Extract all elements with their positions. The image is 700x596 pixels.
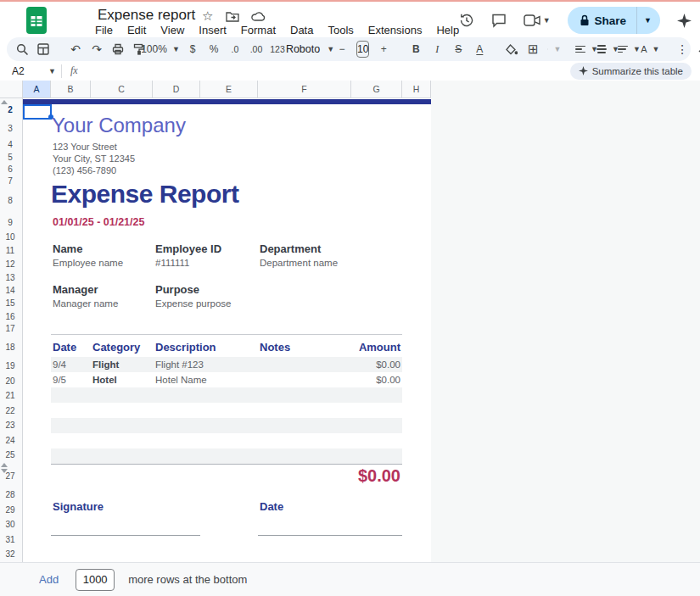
merge-cells-icon[interactable]: ▼ [547,41,561,58]
row-header-20[interactable]: 20 [0,376,20,386]
column-header-C[interactable]: C [91,81,153,98]
column-header-B[interactable]: B [51,81,91,98]
row-header-10[interactable]: 10 [0,232,20,242]
selected-cell-a2[interactable] [23,104,52,120]
comments-icon[interactable] [491,14,507,28]
borders-icon[interactable]: ⊞ [526,41,540,58]
decrease-decimals-button[interactable]: .0 [228,41,242,58]
bold-button[interactable]: B [409,41,423,58]
format-percent-button[interactable]: % [207,41,221,58]
undo-icon[interactable]: ↶ [69,41,82,58]
row-header-7[interactable]: 7 [0,176,20,186]
table-row[interactable]: 9/4 Flight Flight #123 $0.00 [51,357,402,372]
column-header-F[interactable]: F [258,81,351,98]
name-box[interactable]: A2▼ [12,65,56,77]
zoom-select[interactable]: 100%▼ [154,41,167,58]
increase-decimals-button[interactable]: .00 [249,41,263,58]
table-row-empty[interactable] [51,418,402,433]
meet-video-icon[interactable]: ▼ [524,14,551,26]
font-family-select[interactable]: Roboto▼ [303,41,316,58]
text-rotation-icon[interactable]: A▼ [643,41,657,58]
row-header-14[interactable]: 14 [0,286,20,295]
share-caret-icon[interactable]: ▼ [644,16,652,25]
table-row-empty[interactable] [51,433,402,448]
decrease-font-size-button[interactable]: − [335,41,349,58]
column-header-D[interactable]: D [153,81,200,98]
fill-color-icon[interactable] [505,41,518,58]
font-size-input[interactable]: 10 [356,41,369,58]
hidden-row-1-marker[interactable] [1,100,8,104]
row-header-17[interactable]: 17 [0,324,20,333]
table-row-empty[interactable] [51,403,402,418]
redo-icon[interactable]: ↷ [90,41,104,58]
menu-extensions[interactable]: Extensions [368,24,423,36]
menu-format[interactable]: Format [241,24,276,36]
horizontal-align-icon[interactable]: ▼ [580,41,593,58]
more-formats-button[interactable]: 123 [271,41,284,58]
row-header-25[interactable]: 25 [0,450,20,460]
version-history-icon[interactable] [459,13,474,28]
move-folder-icon[interactable] [226,11,239,22]
share-button[interactable]: Share ▼ [568,7,660,34]
row-header-2[interactable]: 2 [0,105,20,114]
row-header-28[interactable]: 28 [0,490,20,499]
table-row-empty[interactable] [51,387,402,403]
menu-help[interactable]: Help [436,24,459,36]
column-header-A[interactable]: A [23,81,51,98]
row-header-9[interactable]: 9 [0,218,20,227]
search-icon[interactable] [15,41,29,58]
column-header-E[interactable]: E [200,81,258,98]
row-header-32[interactable]: 32 [0,549,20,559]
menu-data[interactable]: Data [290,24,313,36]
vertical-align-icon[interactable]: ▼ [601,41,614,58]
row-header-5[interactable]: 5 [0,153,20,162]
summarize-table-button[interactable]: Summarize this table [570,63,692,80]
row-header-24[interactable]: 24 [0,436,20,445]
row-header-13[interactable]: 13 [0,273,20,282]
more-toolbar-icon[interactable]: ⋮ [675,41,689,58]
text-color-button[interactable]: A [473,41,486,58]
print-icon[interactable] [111,41,125,58]
add-rows-button[interactable]: Add [39,573,59,586]
row-header-15[interactable]: 15 [0,298,20,308]
row-header-30[interactable]: 30 [0,520,20,529]
italic-button[interactable]: I [430,41,444,58]
sheet-canvas[interactable]: Your Company 123 Your Street Your City, … [23,98,431,562]
row-header-4[interactable]: 4 [0,140,20,149]
menu-tools[interactable]: Tools [328,24,353,36]
row-header-31[interactable]: 31 [0,535,20,544]
cloud-saved-icon[interactable] [251,11,266,21]
row-header-8[interactable]: 8 [0,196,20,205]
table-row[interactable]: 9/5 Hotel Hotel Name $0.00 [51,372,402,387]
row-header-22[interactable]: 22 [0,406,20,415]
document-title[interactable]: Expense report [98,7,195,24]
menu-edit[interactable]: Edit [127,24,146,36]
row-header-19[interactable]: 19 [0,361,20,370]
row-header-23[interactable]: 23 [0,421,20,430]
row-header-11[interactable]: 11 [0,246,20,255]
row-header-18[interactable]: 18 [0,343,20,352]
hidden-row-26-marker-up[interactable] [1,463,8,467]
text-wrap-icon[interactable]: ▼ [622,41,636,58]
table-row-empty[interactable] [51,448,402,464]
menu-file[interactable]: File [95,24,113,36]
row-header-29[interactable]: 29 [0,505,20,515]
row-header-6[interactable]: 6 [0,164,20,174]
row-header-12[interactable]: 12 [0,259,20,269]
menus-grid-icon[interactable] [36,41,50,58]
gemini-sparkle-icon[interactable] [677,14,692,28]
row-header-16[interactable]: 16 [0,312,20,321]
star-icon[interactable]: ☆ [202,9,213,22]
strikethrough-button[interactable]: S [451,41,465,58]
column-header-G[interactable]: G [351,81,402,98]
sheets-logo-icon[interactable] [25,6,48,35]
format-currency-button[interactable]: $ [186,41,199,58]
row-header-3[interactable]: 3 [0,124,20,133]
collapse-toolbar-icon[interactable] [697,41,700,58]
column-header-H[interactable]: H [402,81,431,98]
row-header-27[interactable]: 27 [0,471,20,481]
menu-view[interactable]: View [160,24,184,36]
menu-insert[interactable]: Insert [199,24,227,36]
rows-count-input[interactable]: 1000 [76,569,115,591]
meet-caret-icon[interactable]: ▼ [543,16,551,25]
